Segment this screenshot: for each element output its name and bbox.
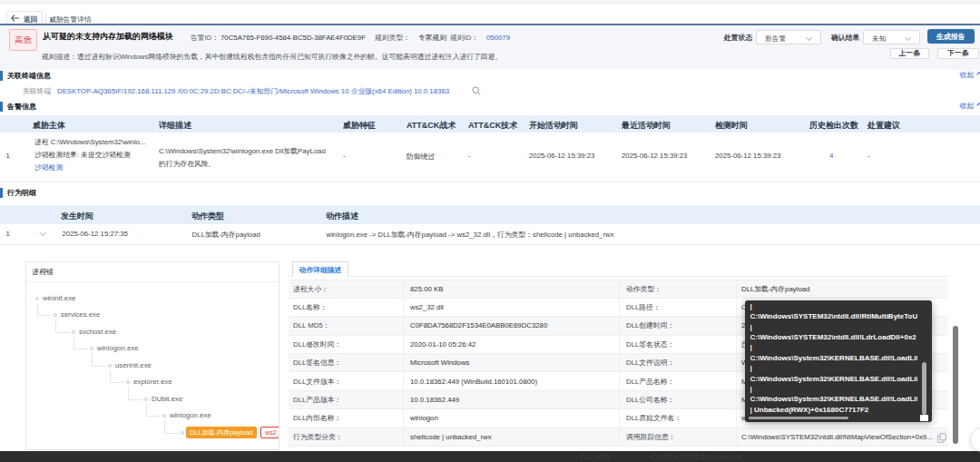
sandbox-detect-link[interactable]: 沙箱检测 bbox=[34, 162, 63, 172]
detail-label: DLL创建时间： bbox=[626, 321, 674, 330]
row-divider bbox=[0, 244, 980, 245]
detail-desc-line: C:\Windows\System32\winlogon.exe Dll加载Pa… bbox=[159, 146, 326, 156]
dll-badge-red[interactable]: ws2_32.dll bbox=[260, 427, 279, 438]
tooltip-vertical-scrollbar[interactable] bbox=[922, 362, 926, 415]
tree-node-bullet bbox=[144, 398, 148, 401]
detail-value: winlogon bbox=[410, 414, 438, 423]
tab-action-detail[interactable]: 动作详细描述 bbox=[292, 261, 348, 277]
tree-node[interactable]: userinit.exe bbox=[115, 361, 152, 369]
top-strip bbox=[0, 0, 980, 4]
tree-node[interactable]: services.exe bbox=[61, 310, 100, 319]
tree-connector bbox=[37, 315, 52, 316]
last-time: 2025-06-12 15:39:23 bbox=[622, 152, 687, 160]
tree-connector bbox=[146, 416, 161, 417]
call-stack-line: | bbox=[750, 301, 917, 311]
detail-value: C0F8DA7568D2F1534E0ABB0E69DC3280 bbox=[410, 321, 547, 330]
tree-node[interactable]: winlogon.exe bbox=[97, 344, 139, 352]
tree-node[interactable]: DUbit.exe bbox=[152, 395, 182, 403]
section-title-alert: 告警信息 bbox=[7, 102, 36, 112]
generate-report-button[interactable]: 生成报告 bbox=[927, 29, 975, 44]
collapse-label: 收起 bbox=[960, 71, 975, 79]
column-header: 检测时间 bbox=[715, 120, 748, 132]
tree-node[interactable]: winlogon.exe bbox=[170, 411, 211, 419]
prev-button[interactable]: 上一条 bbox=[890, 48, 929, 60]
detail-label: DLL路径： bbox=[626, 303, 661, 312]
tree-node[interactable]: explorer.exe bbox=[133, 378, 172, 386]
tree-node[interactable]: wininit.exe bbox=[43, 294, 75, 302]
endpoint-label: 关联终端 bbox=[23, 86, 51, 96]
detail-value: ws2_32.dll bbox=[410, 303, 444, 312]
navbar: 返回 威胁告警详情 bbox=[0, 5, 980, 24]
detail-label: DLL MD5： bbox=[293, 321, 329, 330]
chevron-down-icon bbox=[806, 34, 812, 41]
detail-label: 动作类型： bbox=[626, 285, 662, 294]
next-button[interactable]: 下一条 bbox=[937, 48, 979, 60]
collapse-link-endpoint[interactable]: 收起 bbox=[960, 70, 980, 80]
copy-icon[interactable] bbox=[937, 433, 946, 443]
rule-id-link[interactable]: 050079 bbox=[486, 33, 510, 43]
tree-connector bbox=[92, 366, 106, 367]
detail-label: 行为类型分类： bbox=[293, 433, 343, 442]
tree-connector bbox=[55, 319, 56, 332]
detail-value: shellcode | unbacked_rwx bbox=[410, 433, 492, 442]
call-stack-line: C:\Windows\System32\KERNELBASE.dll!LoadL… bbox=[750, 374, 917, 384]
dispose-status-value: 新告警 bbox=[765, 34, 786, 44]
tree-connector bbox=[92, 353, 93, 366]
back-button-label[interactable]: 返回 bbox=[24, 15, 38, 25]
detail-value: 10.0.18362.449 (WinBuild.160101.0800) bbox=[410, 378, 537, 387]
floating-button[interactable] bbox=[970, 428, 980, 452]
section-title-endpoint: 关联终端信息 bbox=[7, 71, 51, 81]
tree-node-bullet bbox=[35, 297, 39, 300]
detail-label: DLL修改时间： bbox=[293, 340, 341, 349]
column-header: 动作类型 bbox=[191, 211, 224, 222]
call-stack-line: | Unbacked(RWX)+0x1680C7717F2 bbox=[750, 405, 917, 415]
call-stack-line: C:\Windows\System32\KERNELBASE.dll!LoadL… bbox=[750, 394, 917, 404]
chevron-up-icon bbox=[976, 103, 980, 108]
collapse-link-alert[interactable]: 收起 bbox=[960, 101, 980, 111]
alarm-id-value: 70C5A765-F690-4584-BC5D-38FAE4F0DE9F bbox=[220, 33, 366, 43]
detail-label: DLL文件说明： bbox=[626, 359, 674, 368]
confirm-result-select[interactable]: 未知 bbox=[863, 30, 920, 44]
action-badge-orange[interactable]: DLL加载-内存payload bbox=[186, 427, 257, 438]
detail-desc-line: 的行为存在风险。 bbox=[159, 159, 215, 169]
endpoint-link[interactable]: DESKTOP-AQ365IF/192.168.111.129 /00:0C:2… bbox=[57, 86, 449, 96]
table-grid-line bbox=[619, 280, 620, 447]
section-bar bbox=[0, 71, 3, 81]
tab-strip-line bbox=[289, 276, 948, 277]
detail-label: DLL签名状态： bbox=[626, 340, 674, 349]
detail-label: DLL公司名称： bbox=[626, 396, 674, 405]
action-desc: winlogon.exe -> DLL加载-内存payload -> ws2_3… bbox=[327, 230, 614, 240]
call-stack-line: C:\Windows\SYSTEM32\ntdll.dll!LdrLoadDll… bbox=[750, 332, 917, 342]
dispose-status-select[interactable]: 新告警 bbox=[756, 30, 821, 44]
tooltip-horizontal-scrollbar[interactable] bbox=[749, 417, 848, 420]
call-stack-line: | bbox=[750, 322, 917, 332]
table-grid-line bbox=[736, 280, 737, 447]
threat-feature: - bbox=[343, 152, 346, 160]
history-count-link[interactable]: 4 bbox=[829, 152, 833, 160]
detail-label: DLL文件版本： bbox=[293, 378, 341, 387]
expand-chevron-icon[interactable] bbox=[39, 231, 46, 238]
rule-type-value: 专家规则 bbox=[418, 33, 446, 43]
alert-table-header: 威胁主体详细描述威胁特征ATT&CK战术ATT&CK技术开始活动时间最近活动时间… bbox=[0, 115, 980, 133]
detail-label: DLL产品名称： bbox=[626, 378, 674, 387]
section-bar bbox=[0, 188, 3, 198]
tree-node[interactable]: svchost.exe bbox=[79, 328, 116, 336]
action-type: DLL加载-内存payload bbox=[192, 230, 260, 240]
tree-node-bullet bbox=[108, 364, 112, 368]
rule-id-label: 规则ID： bbox=[450, 33, 478, 43]
threat-subject-line: 进程 C:\Windows\System32\winlo... bbox=[34, 137, 146, 147]
detail-value: C:\Windows\SYSTEM32\ntdll.dll!NtMapViewO… bbox=[741, 433, 933, 442]
column-header: 处置建议 bbox=[867, 120, 900, 132]
detail-value: Microsoft Windows bbox=[410, 359, 469, 368]
rule-description: 规则描述：通过进程标识Windows网络模块的负载，其中创建线程栈包含指向任何已… bbox=[42, 52, 502, 62]
tree-node-bullet bbox=[181, 431, 184, 435]
process-chain-card: 进程链 wininit.exeservices.exesvchost.exewi… bbox=[25, 261, 279, 450]
detail-label: DLL原始文件名： bbox=[626, 414, 681, 423]
ghost-text: C0F8DA7568D2F1534E0ABB0E69DC3280 bbox=[652, 453, 742, 461]
vertical-scrollbar[interactable] bbox=[953, 326, 958, 444]
search-icon[interactable] bbox=[472, 86, 481, 95]
start-time: 2025-06-12 15:39:23 bbox=[529, 152, 594, 160]
severity-badge: 高危 bbox=[9, 29, 37, 51]
detail-label: DLL签名信息： bbox=[293, 359, 341, 368]
page-title: 威胁告警详情 bbox=[49, 15, 92, 25]
